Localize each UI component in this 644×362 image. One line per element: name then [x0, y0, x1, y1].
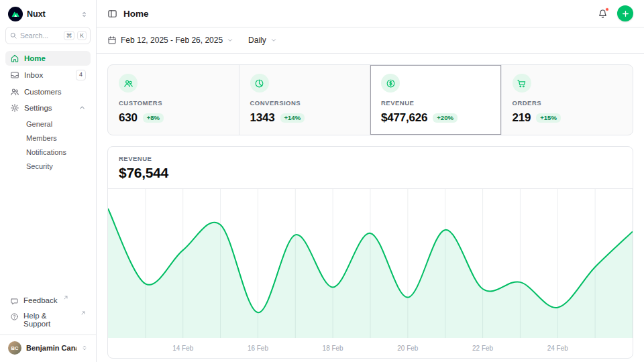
- avatar: BC: [8, 341, 21, 355]
- revenue-chart[interactable]: 14 Feb16 Feb18 Feb20 Feb22 Feb24 Feb: [108, 189, 633, 358]
- chart-area: 14 Feb16 Feb18 Feb20 Feb22 Feb24 Feb: [108, 189, 633, 358]
- stat-label: ORDERS: [513, 99, 623, 107]
- external-link-icon: [80, 310, 86, 316]
- page-title: Home: [123, 9, 149, 19]
- period-label: Daily: [248, 36, 266, 45]
- sidebar-subitem-notifications[interactable]: Notifications: [5, 145, 91, 159]
- chart-metric-label: REVENUE: [119, 155, 622, 162]
- nuxt-logo-icon: [8, 7, 23, 21]
- users-icon: [119, 74, 138, 93]
- plus-icon: [621, 9, 630, 18]
- notifications-button[interactable]: [596, 7, 609, 20]
- stat-value: 219: [513, 111, 531, 125]
- chevron-updown-icon: [80, 11, 88, 18]
- help-support-link[interactable]: Help & Support: [5, 309, 91, 330]
- workspace-name: Nuxt: [27, 9, 46, 19]
- stat-card-revenue[interactable]: REVENUE $477,626 +20%: [370, 65, 502, 135]
- revenue-chart-card: REVENUE $76,544 14 Feb16 Feb18 Feb20 Feb…: [107, 146, 633, 359]
- stat-delta-badge: +15%: [536, 113, 561, 123]
- inbox-icon: [10, 70, 19, 80]
- search-icon: [9, 32, 17, 40]
- feedback-link[interactable]: Feedback: [5, 294, 91, 308]
- search-input[interactable]: [20, 32, 61, 40]
- svg-text:16 Feb: 16 Feb: [248, 345, 269, 352]
- sidebar-item-customers[interactable]: Customers: [5, 84, 91, 99]
- main-panel: Home Feb 12, 2025 - Feb 26, 2025 Daily: [97, 0, 644, 362]
- notification-dot: [605, 7, 609, 11]
- page-header: Home: [97, 0, 644, 27]
- stat-value: $477,626: [381, 111, 427, 125]
- gear-icon: [10, 103, 19, 113]
- sidebar-subitem-general[interactable]: General: [5, 117, 91, 131]
- chat-bubble-icon: [10, 297, 19, 306]
- sidebar-item-label: Inbox: [24, 71, 43, 79]
- stats-row: CUSTOMERS 630 +8% CONVERSIONS 1343 +14%: [107, 64, 633, 135]
- date-range-picker[interactable]: Feb 12, 2025 - Feb 26, 2025: [107, 36, 233, 45]
- period-select[interactable]: Daily: [248, 36, 277, 45]
- calendar-icon: [107, 36, 117, 45]
- svg-text:20 Feb: 20 Feb: [397, 345, 419, 352]
- kbd-cmd: ⌘: [64, 31, 75, 40]
- stat-value: 630: [119, 111, 138, 125]
- sidebar-item-settings[interactable]: Settings: [5, 101, 91, 115]
- inbox-count-badge: 4: [76, 70, 86, 80]
- chevron-down-icon: [227, 37, 233, 44]
- stat-label: CUSTOMERS: [119, 99, 228, 107]
- home-icon: [10, 54, 19, 63]
- pie-chart-icon: [250, 74, 269, 93]
- question-circle-icon: [10, 312, 19, 321]
- sidebar-subitem-members[interactable]: Members: [5, 131, 91, 145]
- filter-bar: Feb 12, 2025 - Feb 26, 2025 Daily: [97, 27, 644, 54]
- feedback-label: Feedback: [23, 296, 58, 304]
- sidebar-spacer: [5, 173, 91, 294]
- sidebar-item-inbox[interactable]: Inbox 4: [5, 67, 91, 83]
- stat-card-customers[interactable]: CUSTOMERS 630 +8%: [108, 65, 239, 135]
- stat-card-orders[interactable]: ORDERS 219 +15%: [502, 65, 633, 135]
- stat-delta-badge: +8%: [143, 113, 164, 123]
- chart-header: REVENUE $76,544: [108, 147, 633, 189]
- shopping-cart-icon: [513, 74, 531, 93]
- search-input-wrapper[interactable]: ⌘ K: [5, 27, 91, 44]
- header-actions: [596, 5, 633, 21]
- stat-label: CONVERSIONS: [250, 99, 360, 107]
- settings-subnav: General Members Notifications Security: [5, 117, 91, 173]
- dashboard-content: CUSTOMERS 630 +8% CONVERSIONS 1343 +14%: [97, 54, 644, 362]
- stat-delta-badge: +20%: [433, 113, 458, 123]
- panel-left-icon: [107, 9, 117, 19]
- sidebar-footer: Feedback Help & Support: [5, 294, 91, 330]
- user-name: Benjamin Canac: [26, 344, 76, 352]
- stat-value: 1343: [250, 111, 275, 125]
- svg-text:14 Feb: 14 Feb: [172, 345, 194, 352]
- stat-label: REVENUE: [381, 99, 490, 107]
- svg-text:24 Feb: 24 Feb: [547, 345, 569, 352]
- add-button[interactable]: [617, 5, 633, 21]
- stat-card-conversions[interactable]: CONVERSIONS 1343 +14%: [239, 65, 371, 135]
- external-link-icon: [63, 295, 68, 300]
- kbd-k: K: [77, 31, 87, 40]
- sidebar-item-label: Home: [24, 54, 46, 62]
- svg-text:22 Feb: 22 Feb: [472, 345, 494, 352]
- sidebar: Nuxt ⌘ K Home Inbox 4 Customers Settings: [0, 0, 97, 362]
- help-support-label: Help & Support: [23, 312, 75, 328]
- date-range-label: Feb 12, 2025 - Feb 26, 2025: [121, 36, 223, 45]
- users-icon: [10, 87, 19, 97]
- sidebar-collapse-button[interactable]: [107, 9, 117, 19]
- stat-delta-badge: +14%: [280, 113, 305, 123]
- chart-metric-value: $76,544: [119, 165, 622, 181]
- chevron-updown-icon: [81, 345, 88, 351]
- user-menu[interactable]: BC Benjamin Canac: [0, 335, 96, 357]
- svg-text:18 Feb: 18 Feb: [323, 345, 344, 352]
- workspace-switcher[interactable]: Nuxt: [5, 5, 91, 27]
- dollar-circle-icon: [381, 74, 400, 93]
- sidebar-item-home[interactable]: Home: [5, 51, 91, 66]
- chevron-down-icon: [270, 37, 277, 44]
- chevron-up-icon: [78, 104, 86, 111]
- sidebar-item-label: Settings: [24, 104, 52, 112]
- sidebar-item-label: Customers: [24, 88, 62, 96]
- sidebar-subitem-security[interactable]: Security: [5, 160, 91, 173]
- sidebar-nav: Home Inbox 4 Customers Settings General …: [5, 51, 91, 173]
